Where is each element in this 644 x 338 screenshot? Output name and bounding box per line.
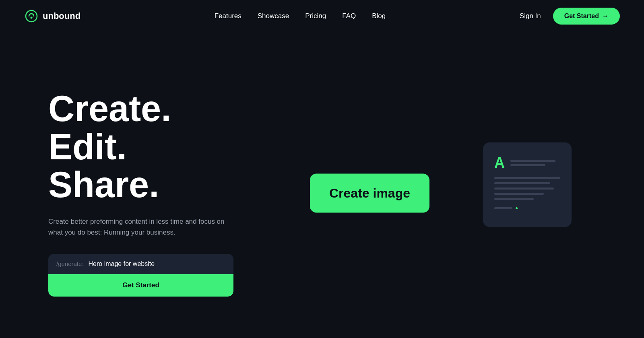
navbar-actions: Sign In Get Started → [520,8,620,25]
generate-input[interactable] [89,260,225,268]
sign-in-link[interactable]: Sign In [520,12,541,20]
doc-body-line-5 [494,198,534,200]
hero-content: Create. Edit. Share. Create better prefo… [48,90,290,297]
doc-body-line-1 [494,177,560,179]
generate-input-row: /generate: [48,254,233,274]
document-card: A [483,142,572,227]
logo-area: unbound [24,9,80,23]
doc-footer [494,207,560,209]
doc-body [494,177,560,200]
arrow-icon: → [602,12,609,20]
create-image-button[interactable]: Create image [310,174,429,213]
nav-get-started-button[interactable]: Get Started → [553,8,620,25]
nav-faq[interactable]: FAQ [342,12,356,20]
navbar: unbound Features Showcase Pricing FAQ Bl… [0,0,644,32]
doc-footer-line-1 [494,207,512,209]
nav-features[interactable]: Features [215,12,242,20]
svg-point-0 [31,17,33,19]
hero-get-started-button[interactable]: Get Started [48,274,233,297]
hero-headline: Create. Edit. Share. [48,90,290,204]
doc-body-line-2 [494,182,550,184]
doc-line-2 [510,164,545,166]
hero-subtext: Create better preforming content in less… [48,216,229,238]
doc-letter-icon: A [494,155,505,171]
logo-icon [24,9,39,23]
nav-showcase[interactable]: Showcase [258,12,289,20]
doc-card-header: A [494,155,560,171]
logo-text: unbound [43,11,80,21]
generate-prefix: /generate: [56,260,84,267]
nav-blog[interactable]: Blog [372,12,386,20]
doc-line-1 [510,160,555,162]
doc-body-line-4 [494,193,544,195]
nav-pricing[interactable]: Pricing [305,12,326,20]
nav-links: Features Showcase Pricing FAQ Blog [215,12,386,20]
doc-header-lines [510,160,560,166]
doc-body-line-3 [494,188,554,190]
hero-visual-area: Create image A [290,48,596,338]
generate-box: /generate: Get Started [48,254,233,297]
doc-footer-dot [516,207,518,209]
hero-section: Create. Edit. Share. Create better prefo… [0,32,644,338]
